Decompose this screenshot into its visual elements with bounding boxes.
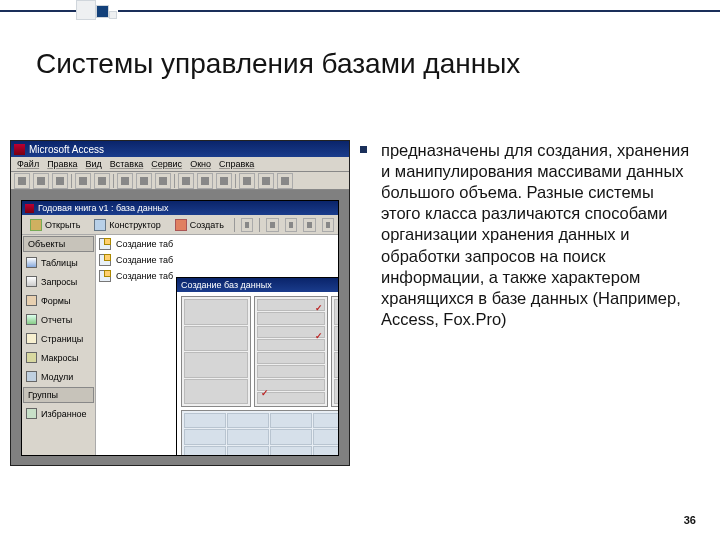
access-logo-icon: [14, 144, 25, 155]
sidebar-item-pages[interactable]: Страницы: [22, 329, 95, 348]
view-button[interactable]: [266, 218, 278, 232]
toolbar-button[interactable]: [155, 173, 171, 189]
menu-file[interactable]: Файл: [14, 159, 42, 169]
preview-panel: ✓ ✓ ✓: [331, 296, 338, 407]
menu-view[interactable]: Вид: [83, 159, 105, 169]
pages-icon: [26, 333, 37, 344]
tool-open[interactable]: Открыть: [26, 217, 84, 233]
datasheet-preview: [181, 410, 338, 455]
sidebar-item-forms[interactable]: Формы: [22, 291, 95, 310]
app-title: Microsoft Access: [29, 144, 104, 155]
reports-icon: [26, 314, 37, 325]
sidebar-label: Формы: [41, 296, 71, 306]
sidebar-label: Запросы: [41, 277, 77, 287]
sidebar-item-tables[interactable]: Таблицы: [22, 253, 95, 272]
toolbar-button[interactable]: [117, 173, 133, 189]
toolbar-button[interactable]: [216, 173, 232, 189]
tool-design-label: Конструктор: [109, 220, 160, 230]
view-button[interactable]: [285, 218, 297, 232]
create-icon: [175, 219, 187, 231]
list-item[interactable]: Создание таб: [99, 237, 173, 251]
list-item[interactable]: Создание таб: [99, 269, 173, 283]
bullet-icon: [360, 146, 367, 153]
toolbar-separator: [113, 174, 114, 188]
sidebar-item-modules[interactable]: Модули: [22, 367, 95, 386]
toolbar-button[interactable]: [14, 173, 30, 189]
sidebar-label: Страницы: [41, 334, 83, 344]
toolbar-button[interactable]: [75, 173, 91, 189]
menu-help[interactable]: Справка: [216, 159, 257, 169]
db-window-toolbar[interactable]: Открыть Конструктор Создать: [22, 215, 338, 235]
slide-body: предназначены для создания, хранения и м…: [360, 140, 694, 330]
sidebar-label: Макросы: [41, 353, 79, 363]
tool-design[interactable]: Конструктор: [90, 217, 164, 233]
list-item-label: Создание таб: [116, 255, 173, 265]
sidebar-label: Избранное: [41, 409, 87, 419]
list-item-label: Создание таб: [116, 239, 173, 249]
db-list-pane: Создание таб Создание таб Создание таб С…: [96, 235, 338, 455]
menu-tools[interactable]: Сервис: [148, 159, 185, 169]
toolbar-button[interactable]: [239, 173, 255, 189]
sidebar-item-queries[interactable]: Запросы: [22, 272, 95, 291]
page-number: 36: [684, 514, 696, 526]
list-item[interactable]: Создание таб: [99, 253, 173, 267]
delete-button[interactable]: [241, 218, 253, 232]
queries-icon: [26, 276, 37, 287]
toolbar-button[interactable]: [277, 173, 293, 189]
preview-panel: ✓ ✓ ✓: [254, 296, 328, 407]
macros-icon: [26, 352, 37, 363]
toolbar-button[interactable]: [178, 173, 194, 189]
body-text: предназначены для создания, хранения и м…: [381, 140, 694, 330]
toolbar-separator: [174, 174, 175, 188]
favorites-icon: [26, 408, 37, 419]
list-item-label: Создание таб: [116, 271, 173, 281]
toolbar-button[interactable]: [197, 173, 213, 189]
db-window-icon: [25, 204, 34, 213]
view-button[interactable]: [303, 218, 315, 232]
wizard-icon: [99, 270, 111, 282]
slide-decoration: [0, 0, 720, 18]
sidebar-label: Таблицы: [41, 258, 78, 268]
design-icon: [94, 219, 106, 231]
db-objects-bar: Объекты Таблицы Запросы Формы Отчеты Стр…: [22, 235, 96, 455]
toolbar-button[interactable]: [258, 173, 274, 189]
toolbar-button[interactable]: [33, 173, 49, 189]
slide-title: Системы управления базами данных: [36, 48, 520, 80]
tool-create-label: Создать: [190, 220, 224, 230]
modules-icon: [26, 371, 37, 382]
wizard-icon: [99, 238, 111, 250]
main-toolbar[interactable]: [11, 172, 349, 190]
db-window-titlebar: Годовая книга v1 : база данных: [22, 201, 338, 215]
menu-window[interactable]: Окно: [187, 159, 214, 169]
sidebar-item-favorites[interactable]: Избранное: [22, 404, 95, 423]
toolbar-separator: [259, 218, 260, 232]
toolbar-button[interactable]: [52, 173, 68, 189]
mdi-workspace: Годовая книга v1 : база данных Открыть К…: [11, 190, 349, 465]
wizard-icon: [99, 254, 111, 266]
popup-titlebar: Создание баз данных: [177, 278, 338, 292]
db-window-title: Годовая книга v1 : база данных: [38, 203, 169, 213]
menu-insert[interactable]: Вставка: [107, 159, 146, 169]
menu-edit[interactable]: Правка: [44, 159, 80, 169]
objects-header: Объекты: [23, 236, 94, 252]
toolbar-button[interactable]: [136, 173, 152, 189]
sidebar-label: Отчеты: [41, 315, 72, 325]
view-button[interactable]: [322, 218, 334, 232]
tool-create[interactable]: Создать: [171, 217, 228, 233]
access-screenshot: Microsoft Access Файл Правка Вид Вставка…: [10, 140, 350, 466]
toolbar-separator: [71, 174, 72, 188]
menubar[interactable]: Файл Правка Вид Вставка Сервис Окно Спра…: [11, 157, 349, 172]
preview-panel: [181, 296, 251, 407]
sidebar-item-macros[interactable]: Макросы: [22, 348, 95, 367]
toolbar-button[interactable]: [94, 173, 110, 189]
database-window: Годовая книга v1 : база данных Открыть К…: [21, 200, 339, 456]
app-titlebar: Microsoft Access: [11, 141, 349, 157]
sidebar-label: Модули: [41, 372, 73, 382]
sidebar-item-reports[interactable]: Отчеты: [22, 310, 95, 329]
tool-open-label: Открыть: [45, 220, 80, 230]
tables-icon: [26, 257, 37, 268]
forms-icon: [26, 295, 37, 306]
toolbar-separator: [235, 174, 236, 188]
create-database-popup: Создание баз данных ✓ ✓ ✓: [176, 277, 338, 455]
toolbar-separator: [234, 218, 235, 232]
